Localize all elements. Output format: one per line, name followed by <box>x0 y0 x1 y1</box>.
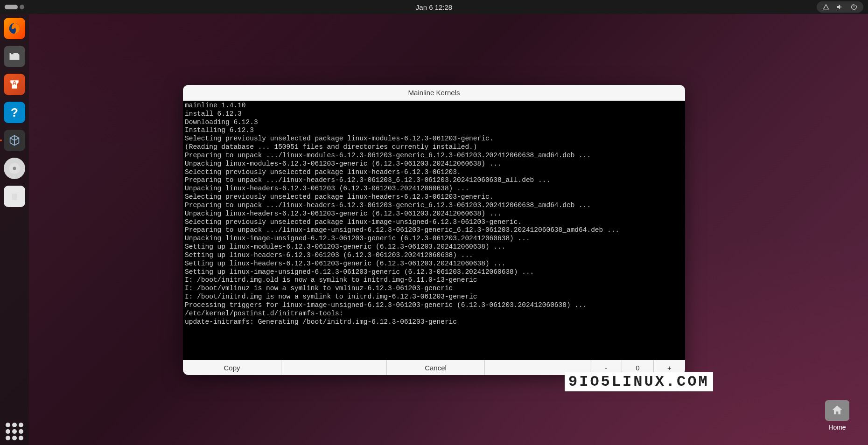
topbar: Jan 6 12:28 <box>0 0 868 14</box>
terminal-output: mainline 1.4.10 install 6.12.3 Downloadi… <box>183 101 685 360</box>
activities-pill-icon[interactable] <box>5 5 18 9</box>
cancel-button[interactable]: Cancel <box>386 360 484 375</box>
desktop-home-label: Home <box>828 424 846 431</box>
dock-icon-disc[interactable] <box>4 158 25 179</box>
desktop-home-icon[interactable]: Home <box>825 400 849 431</box>
volume-icon <box>836 3 844 11</box>
dock-icon-files[interactable] <box>4 46 25 67</box>
svg-point-3 <box>13 167 16 170</box>
dock-icon-trash[interactable] <box>4 186 25 207</box>
workspace-dot-icon <box>20 5 24 9</box>
show-apps-button[interactable] <box>0 423 29 440</box>
network-icon <box>822 3 830 11</box>
system-tray[interactable] <box>817 1 863 13</box>
dock-icon-mainline[interactable] <box>4 130 25 151</box>
watermark: 9IO5LINUX.COM <box>565 372 713 391</box>
apps-grid-icon <box>6 423 23 440</box>
dialog-title: Mainline Kernels <box>183 85 685 101</box>
copy-button[interactable]: Copy <box>183 360 281 375</box>
power-icon <box>850 3 858 11</box>
clock[interactable]: Jan 6 12:28 <box>416 3 452 11</box>
home-folder-icon <box>825 400 849 421</box>
svg-text:A: A <box>13 80 17 86</box>
dock-icon-software[interactable]: A <box>4 74 25 95</box>
dock-icon-help[interactable]: ? <box>4 102 25 123</box>
dock-icon-firefox[interactable] <box>4 18 25 39</box>
mainline-dialog: Mainline Kernels mainline 1.4.10 install… <box>183 85 685 375</box>
dock: A ? <box>0 14 29 445</box>
button-spacer <box>281 360 386 375</box>
topbar-left-group[interactable] <box>5 5 24 9</box>
